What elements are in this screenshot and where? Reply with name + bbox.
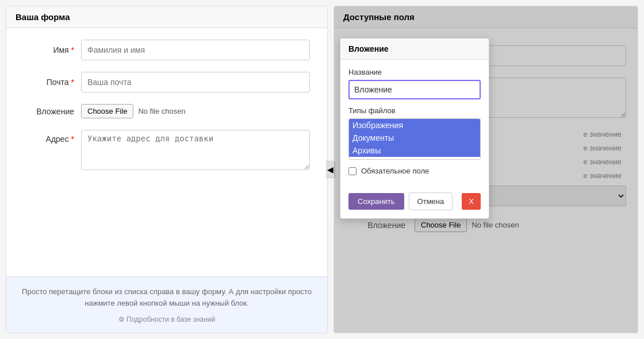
form-content: Имя * Почта * Вложение Choose File No fi… xyxy=(6,28,327,193)
listbox-item-archives[interactable]: Архивы xyxy=(349,144,480,157)
modal-checkbox-row: Обязательное поле xyxy=(348,167,481,175)
email-field-row: Почта * xyxy=(24,72,310,93)
name-label: Имя * xyxy=(24,45,81,55)
email-label: Почта * xyxy=(24,78,81,87)
modal-title-text: Вложение xyxy=(348,44,389,53)
modal-dialog: Вложение Название Типы файлов Изображени… xyxy=(340,38,489,219)
modal-footer: Сохранить Отмена X xyxy=(340,192,489,218)
modal-cancel-button[interactable]: Отмена xyxy=(409,192,453,210)
listbox-item-images[interactable]: Изображения xyxy=(349,119,480,132)
left-panel-title-text: Ваша форма xyxy=(16,12,70,22)
knowledge-link[interactable]: ⚙ Подробности в базе знаний xyxy=(118,315,215,323)
address-required-star: * xyxy=(71,134,74,144)
name-field-row: Имя * xyxy=(24,40,310,60)
address-field-row: Адрес * xyxy=(24,130,310,170)
listbox-item-documents[interactable]: Документы xyxy=(349,132,480,144)
name-input[interactable] xyxy=(81,40,310,60)
modal-header: Вложение xyxy=(340,38,489,60)
no-file-text: No file chosen xyxy=(138,107,185,115)
form-footer: Просто перетащите блоки из списка справа… xyxy=(6,276,327,333)
modal-body: Название Типы файлов Изображения Докумен… xyxy=(340,60,489,192)
required-checkbox[interactable] xyxy=(348,167,356,175)
attachment-field-row: Вложение Choose File No file chosen xyxy=(24,104,310,118)
modal-name-input[interactable] xyxy=(348,80,481,99)
address-label: Адрес * xyxy=(24,130,81,144)
left-panel-title: Ваша форма xyxy=(6,6,327,28)
email-required-star: * xyxy=(71,78,74,87)
file-input-wrapper: Choose File No file chosen xyxy=(81,104,186,118)
right-panel: Доступные поля е значение е значение xyxy=(334,6,638,333)
choose-file-button[interactable]: Choose File xyxy=(81,104,133,118)
required-checkbox-label: Обязательное поле xyxy=(361,167,429,175)
modal-listbox[interactable]: Изображения Документы Архивы xyxy=(348,118,481,160)
modal-overlay: Вложение Название Типы файлов Изображени… xyxy=(334,6,638,333)
attachment-label: Вложение xyxy=(24,107,81,116)
modal-save-button[interactable]: Сохранить xyxy=(348,193,404,210)
modal-name-label: Название xyxy=(348,68,481,76)
footer-text: Просто перетащите блоки из списка справа… xyxy=(18,286,316,309)
modal-delete-button[interactable]: X xyxy=(462,193,481,210)
modal-file-types-label: Типы файлов xyxy=(348,106,481,115)
email-input[interactable] xyxy=(81,72,310,93)
left-panel: Ваша форма Имя * Почта * Вложение xyxy=(6,6,328,333)
name-required-star: * xyxy=(71,45,74,55)
address-textarea[interactable] xyxy=(81,130,310,170)
